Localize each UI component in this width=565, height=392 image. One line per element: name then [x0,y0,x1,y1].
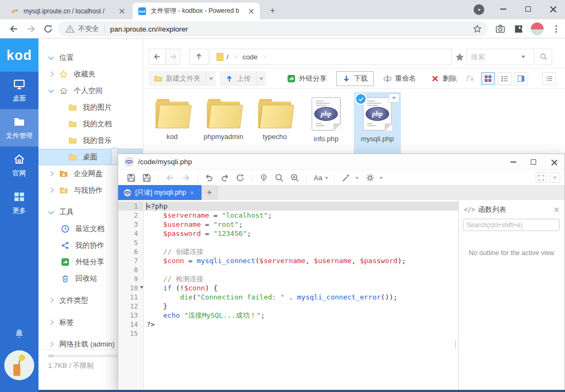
reload-button[interactable] [43,24,53,34]
toolbar-caret-button[interactable] [206,71,215,86]
search-icon[interactable] [274,173,284,183]
tree-item[interactable]: 个人空间 [38,82,143,99]
theme-wand-icon[interactable] [341,173,351,183]
goto-location-icon[interactable] [259,173,269,183]
editor-maximize-button[interactable] [523,154,544,170]
security-label[interactable]: 不安全 [78,24,99,34]
rail-item-official-site[interactable]: 官网 [0,147,38,184]
media-control-button[interactable] [474,4,484,15]
breadcrumb-root[interactable]: / [227,53,229,61]
search-options-caret-icon[interactable] [521,56,525,60]
new-tab-button[interactable]: + [266,4,279,17]
kod-logo[interactable]: kod [0,39,38,72]
editor-fullscreen-button[interactable] [536,172,546,183]
chevron-right-icon[interactable] [49,188,54,193]
tab-close-icon[interactable] [118,7,126,16]
editor-minimize-button[interactable] [502,154,524,170]
nav-back-button[interactable] [149,49,166,65]
search-button[interactable] [536,49,552,65]
chevron-right-icon[interactable] [49,320,54,325]
item-menu-caret-button[interactable] [389,94,399,103]
window-minimize-button[interactable] [491,0,515,18]
back-button[interactable] [9,24,19,34]
search-replace-icon[interactable] [290,173,300,183]
security-warning-icon[interactable] [65,24,75,34]
code-editor-area[interactable]: <?php $servername = "localhost"; $userna… [144,200,459,391]
chevron-down-icon[interactable] [49,54,54,59]
rail-item-more[interactable]: 更多 [0,184,38,221]
history-forward-icon[interactable] [181,173,191,183]
file-item-mysqli.php[interactable]: phpmysqli.php [354,92,401,155]
view-grid-button[interactable] [481,72,495,85]
window-maximize-button[interactable] [516,0,540,18]
zoom-icon[interactable] [449,74,459,83]
editor-tab-mysqli[interactable]: php [只读] mysqli.php × [118,185,202,200]
file-item-info.php[interactable]: phpinfo.php [303,92,350,155]
sort-icon[interactable] [465,74,475,83]
font-size-button[interactable]: Aa [314,174,322,182]
chevron-down-icon[interactable] [49,209,54,214]
selected-check-badge[interactable] [355,93,367,105]
undo-icon[interactable] [204,173,214,183]
outline-close-icon[interactable] [553,206,560,213]
chevron-right-icon[interactable] [49,72,54,77]
editor-title-bar[interactable]: php /code/mysqli.php [118,154,564,170]
tree-item[interactable]: 我的图片 [38,99,143,116]
toolbar-button-download[interactable]: 下载 [336,71,374,86]
browser-menu-icon[interactable] [552,24,560,34]
browser-tab-kodbox[interactable]: kod 文件管理 - kodbox - Powered b [133,3,260,19]
breadcrumb-segment-code[interactable]: code [243,53,258,61]
redo-icon[interactable] [220,173,230,183]
file-item-kod[interactable]: kod [149,92,196,155]
forward-button[interactable] [26,24,36,34]
bookmark-star-icon[interactable] [473,24,482,34]
search-input[interactable] [467,53,518,61]
chevron-right-icon[interactable] [49,298,54,303]
search-box[interactable] [466,49,535,65]
view-list-button[interactable] [498,72,512,85]
user-avatar[interactable] [4,350,34,380]
breadcrumb[interactable]: / › code › [210,49,452,65]
tree-section[interactable]: 位置 [38,49,143,66]
toolbar-button-external-share[interactable]: 外链分享 [282,71,332,86]
settings-gear-icon[interactable] [365,173,375,183]
window-close-button[interactable] [541,0,565,18]
extensions-puzzle-icon[interactable] [513,24,524,34]
outline-search-input[interactable] [463,219,560,231]
file-item-phpmyadmin[interactable]: phpmyadmin [200,92,247,155]
favorite-star-icon[interactable] [454,52,466,63]
editor-close-button[interactable] [543,154,564,170]
tree-item[interactable]: 我的音乐 [38,132,143,149]
view-columns-button[interactable] [514,72,528,85]
nav-forward-button[interactable] [165,49,181,65]
refresh-icon[interactable] [235,173,245,183]
toolbar-caret-button[interactable] [256,71,266,86]
file-item-typecho[interactable]: typecho [251,92,298,155]
browser-profile-avatar[interactable] [531,22,544,35]
panel-settings-button[interactable] [542,72,556,85]
tree-item[interactable]: 我的文档 [38,116,143,132]
chevron-right-icon[interactable] [49,342,54,347]
editor-new-tab-button[interactable]: + [202,185,218,200]
tab-close-icon[interactable] [247,7,256,16]
toolbar-button-rename[interactable]: 重命名 [378,71,421,86]
rail-item-file-manager[interactable]: 文件管理 [0,109,38,147]
tree-item[interactable]: 收藏夹 [38,66,143,82]
browser-tab-phpmyadmin[interactable]: mysql.iproute.cn / localhost / [5,3,130,19]
save-icon[interactable] [126,173,136,183]
editor-panel-close-button[interactable] [549,172,560,183]
save-as-icon[interactable] [142,173,152,183]
toolbar-button-new-folder[interactable]: 新建文件夹 [149,71,206,86]
tab-close-icon[interactable]: × [190,189,196,197]
fold-marker-icon[interactable] [140,286,143,290]
toolbar-button-upload[interactable]: 上传 [220,71,256,86]
rail-item-desktop[interactable]: 桌面 [0,72,38,109]
url-text[interactable]: pan.iproute.cn/#explorer [110,25,473,33]
history-back-icon[interactable] [165,173,175,183]
chevron-right-icon[interactable] [49,171,54,176]
chevron-down-icon[interactable] [49,87,54,93]
nav-up-button[interactable] [189,49,208,65]
screenshot-camera-icon[interactable] [495,24,506,34]
address-bar[interactable]: 不安全 pan.iproute.cn/#explorer [58,21,487,36]
notifications-bell-icon[interactable] [13,327,26,340]
